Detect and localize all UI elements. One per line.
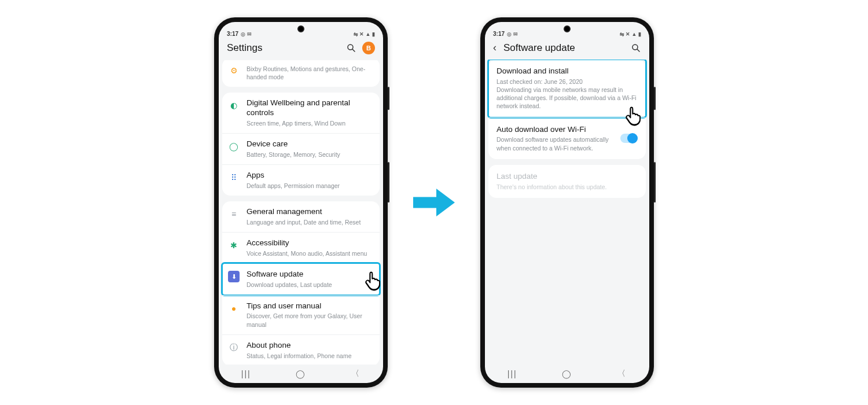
settings-item-tips[interactable]: ● Tips and user manual Discover, Get mor… xyxy=(222,295,380,334)
page-title: Settings xyxy=(227,42,340,54)
android-nav-bar: ||| ◯ 〈 xyxy=(219,365,383,383)
settings-item-wellbeing[interactable]: ◐ Digital Wellbeing and parental control… xyxy=(222,93,380,133)
front-camera xyxy=(564,25,571,32)
clock: 3:17 xyxy=(493,31,505,37)
recents-button[interactable]: ||| xyxy=(241,369,251,378)
auto-download-wifi[interactable]: Auto download over Wi-Fi Download softwa… xyxy=(488,117,646,159)
settings-header: Settings B xyxy=(219,37,383,60)
last-update: Last update There's no information about… xyxy=(488,165,646,198)
gear-icon: ⚙ xyxy=(228,65,240,76)
svg-point-3 xyxy=(632,45,638,50)
svg-line-1 xyxy=(352,49,355,51)
accessibility-icon: ✱ xyxy=(228,240,240,251)
download-icon: ⬇ xyxy=(228,271,240,282)
svg-line-4 xyxy=(637,49,639,51)
settings-item-about[interactable]: ⓘ About phone Status, Legal information,… xyxy=(222,334,380,365)
software-update-header: ‹ Software update xyxy=(485,37,649,60)
settings-item-advanced[interactable]: ⚙ Bixby Routines, Motions and gestures, … xyxy=(222,60,380,87)
settings-item-software-update[interactable]: ⬇ Software update Download updates, Last… xyxy=(222,263,380,294)
arrow-right-icon xyxy=(411,182,457,223)
page-title: Software update xyxy=(503,42,625,54)
phone-software-update: 3:17 ◎ ✉ ⇋ ✕ ▲ ▮ ‹ Software update Downl… xyxy=(480,17,654,388)
status-left-icons: ◎ ✉ xyxy=(241,31,252,37)
profile-avatar[interactable]: B xyxy=(362,42,375,54)
info-icon: ⓘ xyxy=(228,342,240,354)
back-icon[interactable]: ‹ xyxy=(493,42,498,54)
download-and-install[interactable]: Download and install Last checked on: Ju… xyxy=(488,60,646,117)
search-icon[interactable] xyxy=(631,43,641,53)
status-left-icons: ◎ ✉ xyxy=(507,31,518,37)
status-right-icons: ⇋ ✕ ▲ ▮ xyxy=(620,31,641,37)
wellbeing-icon: ◐ xyxy=(228,100,240,111)
bulb-icon: ● xyxy=(228,303,240,314)
settings-item-sub: Bixby Routines, Motions and gestures, On… xyxy=(247,65,373,81)
settings-item-general[interactable]: ≡ General management Language and input,… xyxy=(222,201,380,232)
settings-item-accessibility[interactable]: ✱ Accessibility Voice Assistant, Mono au… xyxy=(222,232,380,263)
auto-download-toggle[interactable] xyxy=(620,134,638,143)
settings-item-apps[interactable]: ⠿ Apps Default apps, Permission manager xyxy=(222,164,380,196)
back-button[interactable]: 〈 xyxy=(351,369,361,379)
home-button[interactable]: ◯ xyxy=(562,369,572,378)
android-nav-bar: ||| ◯ 〈 xyxy=(485,365,649,383)
back-button[interactable]: 〈 xyxy=(617,369,627,379)
search-icon[interactable] xyxy=(346,43,356,53)
status-right-icons: ⇋ ✕ ▲ ▮ xyxy=(354,31,375,37)
recents-button[interactable]: ||| xyxy=(507,369,517,378)
svg-marker-2 xyxy=(413,189,455,216)
phone-settings: 3:17 ◎ ✉ ⇋ ✕ ▲ ▮ Settings B ⚙ Bixby Rout… xyxy=(214,17,388,388)
svg-point-0 xyxy=(348,45,353,50)
device-care-icon: ◯ xyxy=(228,141,240,152)
sliders-icon: ≡ xyxy=(228,208,240,220)
apps-icon: ⠿ xyxy=(228,172,240,183)
front-camera xyxy=(297,25,304,32)
settings-item-device-care[interactable]: ◯ Device care Battery, Storage, Memory, … xyxy=(222,133,380,164)
clock: 3:17 xyxy=(227,31,238,37)
home-button[interactable]: ◯ xyxy=(296,369,306,378)
